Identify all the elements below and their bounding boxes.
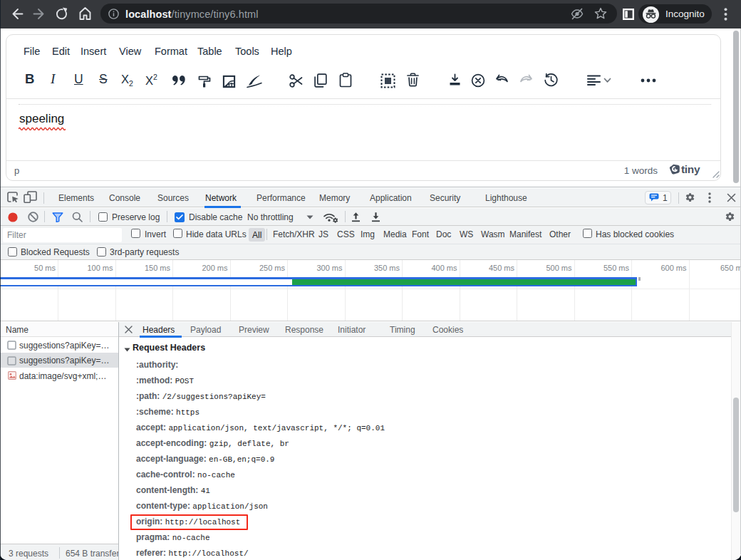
svg-text:tiny: tiny	[681, 164, 700, 175]
